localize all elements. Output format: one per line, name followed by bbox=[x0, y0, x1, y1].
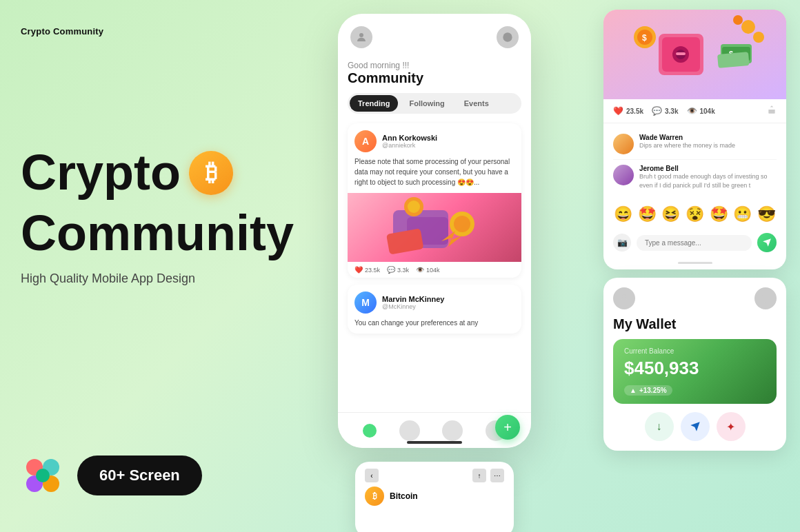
bottom-left: 60+ Screen bbox=[21, 453, 338, 532]
svg-point-10 bbox=[454, 216, 470, 232]
post-card-1: A Ann Korkowski @anniekork Please note t… bbox=[348, 123, 521, 278]
tab-events[interactable]: Events bbox=[456, 95, 497, 112]
hero-line2: Community bbox=[21, 207, 294, 260]
post-text-1: Please note that some processing of your… bbox=[348, 156, 521, 193]
svg-rect-11 bbox=[386, 228, 423, 254]
wallet-header-row bbox=[613, 287, 777, 309]
svg-rect-19 bbox=[676, 52, 686, 55]
wallet-user-avatar bbox=[613, 287, 635, 309]
svg-point-31 bbox=[761, 294, 770, 303]
right-section: $ $ ❤️ 23.5k 💬 3.3k 👁️ bbox=[603, 10, 786, 451]
phone-bottom-nav: + bbox=[338, 412, 531, 448]
post-header-2: M Marvin McKinney @McKinney bbox=[348, 285, 521, 318]
emoji-6[interactable]: 😬 bbox=[733, 205, 752, 223]
hero-title: Crypto ₿ Community bbox=[21, 147, 338, 259]
post-meta-2: Marvin McKinney @McKinney bbox=[382, 295, 444, 310]
post-image-1 bbox=[348, 193, 521, 262]
bottom-phone-header: ‹ ↑ ⋯ bbox=[365, 469, 504, 482]
phone-header bbox=[338, 14, 531, 54]
nav-profile[interactable] bbox=[442, 420, 463, 441]
post-name-2: Marvin McKinney bbox=[382, 295, 444, 303]
msg-name-1: Wade Warren bbox=[639, 134, 777, 141]
nav-home[interactable] bbox=[363, 424, 377, 438]
svg-rect-26 bbox=[717, 52, 750, 68]
camera-icon[interactable]: 📷 bbox=[613, 234, 631, 252]
post-stats-1: ❤️ 23.5k 💬 3.3k 👁️ 104k bbox=[348, 262, 521, 278]
chat-views: 👁️ 104k bbox=[687, 106, 715, 116]
left-section: Crypto Community Crypto ₿ Community High… bbox=[21, 0, 338, 532]
post-avatar-1: A bbox=[354, 130, 377, 152]
svg-text:$: $ bbox=[642, 33, 647, 43]
nav-search[interactable] bbox=[399, 420, 420, 441]
hero-line1: Crypto bbox=[21, 147, 181, 199]
emoji-4[interactable]: 😵 bbox=[686, 205, 704, 223]
emoji-3[interactable]: 😆 bbox=[661, 205, 680, 223]
msg-text-2: Bruh t good made enough days of investin… bbox=[639, 172, 777, 190]
chat-stats: ❤️ 23.5k 💬 3.3k 👁️ 104k bbox=[603, 99, 786, 123]
greeting-small: Good morning !!! bbox=[348, 54, 521, 70]
emoji-2[interactable]: 🤩 bbox=[638, 205, 657, 223]
balance-card: Current Balance $450,933 ▲ +13.25% bbox=[613, 339, 777, 404]
svg-point-13 bbox=[408, 201, 420, 213]
balance-change: ▲ +13.25% bbox=[624, 385, 672, 396]
bitcoin-icon: ₿ bbox=[189, 151, 233, 195]
svg-point-29 bbox=[753, 32, 764, 43]
wallet-receive-btn[interactable]: ↓ bbox=[645, 412, 674, 441]
chat-likes: ❤️ 23.5k bbox=[613, 106, 643, 116]
emoji-5[interactable]: 🤩 bbox=[710, 205, 728, 223]
tab-following[interactable]: Following bbox=[401, 95, 452, 112]
btc-logo: ₿ bbox=[365, 487, 384, 506]
msg-avatar-2 bbox=[613, 165, 634, 185]
send-button[interactable] bbox=[757, 233, 777, 252]
figma-icon bbox=[21, 453, 65, 498]
post-name-1: Ann Korkowski bbox=[382, 134, 437, 142]
brand-title: Crypto Community bbox=[21, 26, 338, 37]
wallet-more-btn[interactable]: ✦ bbox=[717, 412, 746, 441]
wallet-card: My Wallet Current Balance $450,933 ▲ +13… bbox=[603, 278, 786, 451]
post-text-2: You can change your preferences at any bbox=[348, 318, 521, 334]
msg-content-2: Jerome Bell Bruh t good made enough days… bbox=[639, 165, 777, 190]
emoji-7[interactable]: 😎 bbox=[757, 205, 776, 223]
chat-message-2: Jerome Bell Bruh t good made enough days… bbox=[613, 160, 777, 194]
svg-point-28 bbox=[733, 15, 743, 25]
btc-label: Bitcoin bbox=[390, 491, 418, 501]
msg-name-2: Jerome Bell bbox=[639, 165, 777, 172]
share-btn[interactable]: ↑ bbox=[472, 469, 486, 482]
svg-point-4 bbox=[36, 469, 50, 482]
share-icon[interactable] bbox=[767, 105, 777, 117]
tab-trending[interactable]: Trending bbox=[350, 95, 398, 112]
menu-btn[interactable]: ⋯ bbox=[490, 469, 504, 482]
greeting-big: Community bbox=[348, 70, 521, 86]
svg-point-27 bbox=[741, 20, 755, 34]
tabs-row: Trending Following Events bbox=[348, 93, 521, 114]
chat-comments: 💬 3.3k bbox=[652, 106, 678, 116]
notification-icon[interactable] bbox=[497, 26, 519, 48]
emoji-row: 😄 🤩 😆 😵 🤩 😬 😎 bbox=[603, 200, 786, 229]
msg-content-1: Wade Warren Dips are where the money is … bbox=[639, 134, 777, 150]
emoji-1[interactable]: 😄 bbox=[614, 205, 632, 223]
main-phone: Good morning !!! Community Trending Foll… bbox=[338, 14, 531, 448]
home-indicator bbox=[407, 441, 462, 444]
likes-stat: ❤️ 23.5k bbox=[354, 266, 380, 274]
wallet-send-btn[interactable] bbox=[681, 412, 710, 441]
post-handle-1: @anniekork bbox=[382, 142, 437, 149]
bitcoin-row: ₿ Bitcoin bbox=[365, 487, 504, 506]
back-btn[interactable]: ‹ bbox=[365, 469, 379, 482]
post-card-2: M Marvin McKinney @McKinney You can chan… bbox=[348, 285, 521, 334]
msg-avatar-1 bbox=[613, 134, 634, 154]
svg-point-6 bbox=[503, 32, 512, 41]
balance-label: Current Balance bbox=[624, 347, 766, 355]
message-input[interactable] bbox=[637, 235, 752, 251]
chat-messages: Wade Warren Dips are where the money is … bbox=[603, 123, 786, 200]
post-avatar-2: M bbox=[354, 291, 377, 314]
post-header-1: A Ann Korkowski @anniekork bbox=[348, 123, 521, 156]
user-avatar bbox=[350, 26, 372, 48]
wallet-notification-icon[interactable] bbox=[754, 287, 777, 309]
bottom-indicator bbox=[678, 262, 712, 264]
post-handle-2: @McKinney bbox=[382, 303, 444, 310]
svg-point-5 bbox=[359, 33, 363, 37]
chat-card: $ $ ❤️ 23.5k 💬 3.3k 👁️ bbox=[603, 10, 786, 269]
fab-add-button[interactable]: + bbox=[495, 415, 520, 440]
wallet-actions: ↓ ✦ bbox=[613, 412, 777, 441]
hero-subtitle: High Quality Mobile App Design bbox=[21, 272, 338, 286]
